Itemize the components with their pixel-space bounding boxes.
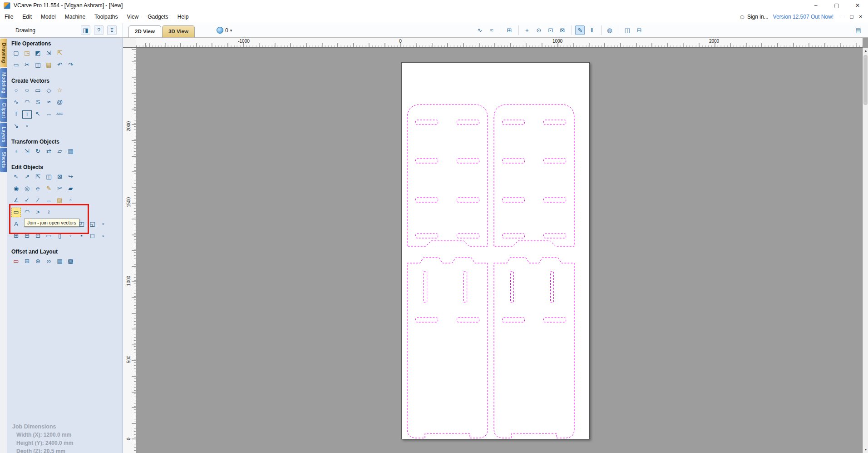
menu-file[interactable]: File [0, 14, 18, 20]
split-view-vertical-icon[interactable]: ⊟ [634, 25, 644, 35]
rotate-icon[interactable]: ↻ [33, 147, 43, 156]
side-tab-layers[interactable]: Layers [0, 123, 7, 147]
redo-icon[interactable]: ↷ [66, 60, 75, 70]
offset-vectors-icon[interactable]: ▭ [11, 257, 21, 266]
menu-edit[interactable]: Edit [18, 14, 36, 20]
validate-vectors-icon[interactable]: ✓ [22, 196, 32, 205]
flip-vertical-icon[interactable]: ▯ [55, 231, 64, 241]
menu-gadgets[interactable]: Gadgets [143, 14, 173, 20]
menu-toolpaths[interactable]: Toolpaths [90, 14, 122, 20]
material-setup-icon[interactable]: ∿ [475, 25, 484, 35]
dock-panel-icon[interactable]: ◨ [81, 25, 90, 35]
weld-vectors-icon[interactable]: ◉ [11, 184, 21, 194]
zoom-box-icon[interactable]: ⊡ [546, 25, 555, 35]
close-vector-smooth-icon[interactable]: ≀ [44, 208, 54, 217]
sign-in-button[interactable]: ☺ Sign in... [739, 14, 769, 20]
paste-icon[interactable]: ▤ [44, 60, 54, 70]
drawing-curve-icon[interactable]: ≈ [487, 25, 496, 35]
grid-toggle-icon[interactable]: ⊞ [504, 25, 514, 35]
version-link[interactable]: Version 12.507 Out Now! [773, 14, 833, 20]
boolean-subtract-icon[interactable]: ◎ [22, 184, 32, 194]
small-shape-icon[interactable]: ▫ [66, 196, 75, 205]
node-edit-icon[interactable]: ↗ [22, 172, 32, 182]
convert-text-icon[interactable]: ABC [55, 110, 64, 119]
vector-panel-top-left[interactable] [407, 105, 488, 246]
pin-panel-icon[interactable]: ↧ [107, 25, 117, 35]
tab-2d-view[interactable]: 2D View [128, 25, 161, 37]
fit-curve-icon[interactable]: ↪ [66, 172, 75, 182]
import-vectors-icon[interactable]: ⇲ [44, 49, 54, 58]
document-minimize-button[interactable]: – [838, 11, 847, 23]
vector-boundary-icon[interactable]: ▫ [22, 121, 32, 131]
text-box-icon[interactable]: T [22, 110, 32, 119]
drawing-viewport[interactable] [136, 48, 863, 453]
array-column-icon[interactable]: ⊟ [22, 231, 32, 241]
menu-help[interactable]: Help [173, 14, 193, 20]
pan-view-icon[interactable]: + [522, 25, 532, 35]
job-setup-icon[interactable]: ▭ [11, 60, 21, 70]
side-tab-modeling[interactable]: Modeling [0, 68, 7, 98]
duplicate-object-icon[interactable]: ◫ [44, 172, 54, 182]
select-tool-icon[interactable]: ↖ [11, 172, 21, 182]
close-button[interactable]: ✕ [847, 0, 868, 11]
copy-along-vectors-icon[interactable]: ∞ [44, 257, 54, 266]
document-close-button[interactable]: ✕ [856, 11, 865, 23]
text-select-icon[interactable]: ↖ [33, 110, 43, 119]
panel-toggle-icon[interactable]: ▤ [853, 25, 863, 35]
minimize-button[interactable]: – [805, 0, 826, 11]
side-tab-clipart[interactable]: Clipart [0, 99, 7, 122]
snap-toggle-icon[interactable]: ✎ [575, 25, 585, 35]
job-page[interactable] [401, 62, 590, 439]
move-selection-icon[interactable]: + [11, 147, 21, 156]
array-copy-icon[interactable]: ⊞ [22, 257, 32, 266]
draw-arc-icon[interactable]: ◠ [22, 98, 32, 107]
extend-line-icon[interactable]: ∕ [33, 196, 43, 205]
align-a-icon[interactable]: A [11, 219, 21, 229]
measure-icon[interactable]: ℮ [33, 184, 43, 194]
nudge-icon[interactable]: ◦ [66, 231, 75, 241]
lock-icon[interactable]: ▫ [99, 231, 108, 241]
undo-icon[interactable]: ↶ [55, 60, 64, 70]
mirror-icon[interactable]: ⇄ [44, 147, 54, 156]
ungroup-icon[interactable]: ◻ [88, 231, 97, 241]
knife-icon[interactable]: ✂ [55, 184, 64, 194]
distort-icon[interactable]: ▱ [55, 147, 64, 156]
align-objects-icon[interactable]: ▦ [66, 147, 75, 156]
scroll-up-icon[interactable]: ▲ [863, 48, 868, 54]
menu-model[interactable]: Model [36, 14, 60, 20]
shaded-view-icon[interactable]: ◍ [605, 25, 614, 35]
cut-vectors-icon[interactable]: ✂ [22, 60, 32, 70]
side-tab-drawing[interactable]: Drawing [0, 39, 7, 67]
bitmap-icon[interactable]: ▨ [55, 196, 64, 205]
align-misc-icon[interactable]: ▫ [99, 219, 108, 229]
flip-horizontal-icon[interactable]: ▭ [44, 231, 54, 241]
tab-3d-view[interactable]: 3D View [162, 25, 195, 37]
stretch-icon[interactable]: ↔ [44, 196, 54, 205]
zoom-extents-icon[interactable]: ⊠ [557, 25, 567, 35]
open-file-icon[interactable]: ◳ [22, 49, 32, 58]
side-tab-sheets[interactable]: Sheets [0, 148, 7, 172]
draw-text-icon[interactable]: T [11, 110, 21, 119]
draw-star-icon[interactable]: ☆ [55, 86, 64, 95]
array-row-icon[interactable]: ⊞ [11, 231, 21, 241]
close-vector-move-icon[interactable]: ◠ [22, 208, 32, 217]
guides-toggle-icon[interactable]: ‖ [587, 25, 597, 35]
draw-freehand-icon[interactable]: ≈ [44, 98, 54, 107]
group-icon[interactable]: ▪ [77, 231, 86, 241]
draw-rectangle-icon[interactable]: ▭ [33, 86, 43, 95]
draw-polyline-icon[interactable]: ∿ [11, 98, 21, 107]
vector-panel-bottom-left[interactable] [407, 258, 488, 438]
split-view-horizontal-icon[interactable]: ◫ [622, 25, 632, 35]
edit-picture-icon[interactable]: ✎ [44, 184, 54, 194]
vector-panel-top-right[interactable] [494, 105, 574, 246]
transform-nodes-icon[interactable]: ⇱ [33, 172, 43, 182]
draw-polygon-icon[interactable]: ◇ [44, 86, 54, 95]
new-file-icon[interactable]: ▢ [11, 49, 21, 58]
text-spacing-icon[interactable]: ↔ [44, 110, 54, 119]
draw-circle-icon[interactable]: ○ [11, 86, 21, 95]
nesting-icon[interactable]: ▦ [55, 257, 64, 266]
maximize-button[interactable]: ▢ [826, 0, 847, 11]
draw-spiral-icon[interactable]: @ [55, 98, 64, 107]
draw-curve-icon[interactable]: S [33, 98, 43, 107]
dimension-icon[interactable]: ↘ [11, 121, 21, 131]
